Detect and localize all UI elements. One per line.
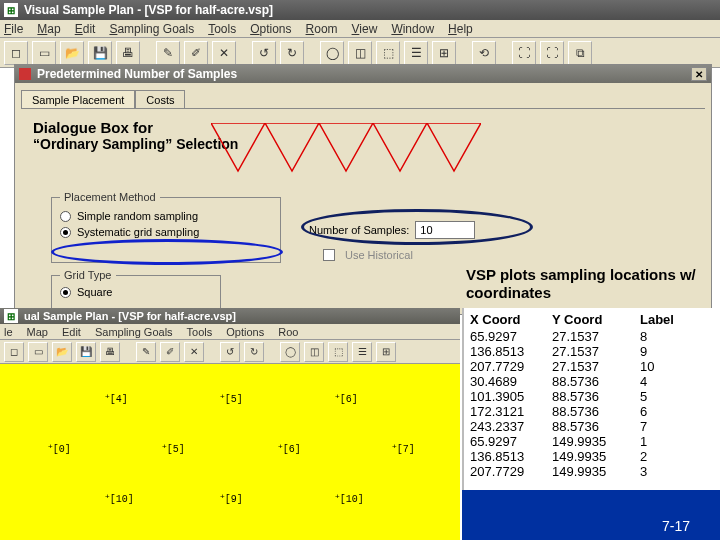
toolbar-button[interactable]: ⬚ [376,41,400,65]
toolbar-button[interactable]: ▭ [28,342,48,362]
toolbar-button[interactable]: ⧉ [568,41,592,65]
radio-icon [60,227,71,238]
table-row: 30.468988.57364 [470,374,714,389]
toolbar-button[interactable]: 📂 [52,342,72,362]
tab-sample-placement[interactable]: Sample Placement [21,90,135,109]
radio-label: Systematic grid sampling [77,226,199,238]
groupbox-grid-type: Grid Type Square [51,275,221,309]
toolbar-button[interactable]: ↻ [244,342,264,362]
radio-label: Simple random sampling [77,210,198,222]
toolbar-button[interactable]: ⟲ [472,41,496,65]
annotation-coords: VSP plots sampling locations w/ coordina… [466,266,720,302]
radio-simple-random[interactable]: Simple random sampling [60,210,272,222]
lower-panel: VSP plots sampling locations w/ coordina… [0,308,720,540]
slide-footer: 7-17 [462,490,720,540]
table-header: X Coord Y Coord Label [470,312,714,329]
toolbar-button[interactable]: ◫ [348,41,372,65]
toolbar-button[interactable]: ◫ [304,342,324,362]
menu-item[interactable]: le [4,326,13,338]
groupbox-label: Grid Type [60,269,116,281]
dialog-icon [19,68,31,80]
sample-point: +[10] [105,494,134,505]
toolbar-button[interactable]: ⊞ [376,342,396,362]
menu-map[interactable]: Map [37,22,60,36]
menu-item[interactable]: Options [226,326,264,338]
tab-costs[interactable]: Costs [135,90,185,109]
toolbar-button[interactable]: ▭ [32,41,56,65]
table-row: 172.312188.57366 [470,404,714,419]
toolbar-button[interactable]: ◯ [320,41,344,65]
mini-toolbar: ◻▭📂💾🖶✎✐✕↺↻◯◫⬚☰⊞ [0,340,460,364]
menu-options[interactable]: Options [250,22,291,36]
table-row: 65.9297149.99351 [470,434,714,449]
annotation-ring-grid [51,239,283,265]
dialog-tabs: Sample PlacementCosts [21,89,705,108]
toolbar-button[interactable]: ⬚ [328,342,348,362]
toolbar-button[interactable]: ✐ [160,342,180,362]
radio-icon [60,287,71,298]
sample-point: +[7] [392,444,415,455]
toolbar-button[interactable]: ☰ [404,41,428,65]
menubar: FileMapEditSampling GoalsToolsOptionsRoo… [0,20,720,38]
toolbar-button[interactable]: ✎ [156,41,180,65]
toolbar-button[interactable]: ✕ [212,41,236,65]
radio-icon [60,211,71,222]
menu-help[interactable]: Help [448,22,473,36]
toolbar-button[interactable]: ↺ [252,41,276,65]
toolbar-button[interactable]: ◻ [4,41,28,65]
close-icon[interactable]: ✕ [691,67,707,81]
mini-window: ⊞ ual Sample Plan - [VSP for half-acre.v… [0,308,460,364]
app-icon: ⊞ [4,309,18,323]
toolbar-button[interactable]: 🖶 [116,41,140,65]
col-label: Label [640,312,680,327]
sample-point: +[6] [335,394,358,405]
toolbar-button[interactable]: ◻ [4,342,24,362]
menu-edit[interactable]: Edit [75,22,96,36]
toolbar-button[interactable]: ☰ [352,342,372,362]
menu-room[interactable]: Room [306,22,338,36]
app-title: Visual Sample Plan - [VSP for half-acre.… [24,3,273,17]
menu-item[interactable]: Tools [187,326,213,338]
checkbox-label: Use Historical [345,249,413,261]
dialog-titlebar: Predetermined Number of Samples ✕ [15,65,711,83]
toolbar-button[interactable]: ⊞ [432,41,456,65]
checkbox-icon [323,249,335,261]
mini-title: ual Sample Plan - [VSP for half-acre.vsp… [24,310,236,322]
menu-item[interactable]: Roo [278,326,298,338]
menu-tools[interactable]: Tools [208,22,236,36]
toolbar-button[interactable]: 📂 [60,41,84,65]
menu-file[interactable]: File [4,22,23,36]
col-ycoord: Y Coord [552,312,640,327]
toolbar-button[interactable]: ⛶ [540,41,564,65]
menu-item[interactable]: Sampling Goals [95,326,173,338]
radio-square[interactable]: Square [60,286,212,298]
toolbar-button[interactable]: 💾 [88,41,112,65]
mini-menubar: leMapEditSampling GoalsToolsOptionsRoo [0,324,460,340]
toolbar-button[interactable]: ✎ [136,342,156,362]
sample-point: +[5] [220,394,243,405]
page-number: 7-17 [662,518,690,534]
checkbox-use-historical[interactable]: Use Historical [323,249,413,261]
menu-sampling-goals[interactable]: Sampling Goals [109,22,194,36]
sample-point: +[6] [278,444,301,455]
radio-systematic-grid[interactable]: Systematic grid sampling [60,226,272,238]
groupbox-label: Placement Method [60,191,160,203]
toolbar-button[interactable]: ◯ [280,342,300,362]
toolbar-button[interactable]: ↺ [220,342,240,362]
toolbar-button[interactable]: ✐ [184,41,208,65]
toolbar-button[interactable]: 💾 [76,342,96,362]
table-row: 207.772927.153710 [470,359,714,374]
radio-label: Square [77,286,112,298]
menu-window[interactable]: Window [391,22,434,36]
sample-point: +[0] [48,444,71,455]
app-titlebar: ⊞ Visual Sample Plan - [VSP for half-acr… [0,0,720,20]
toolbar-button[interactable]: 🖶 [100,342,120,362]
triangle-grid-schematic [211,123,481,173]
menu-item[interactable]: Map [27,326,48,338]
menu-view[interactable]: View [352,22,378,36]
toolbar-button[interactable]: ⛶ [512,41,536,65]
sample-point: +[10] [335,494,364,505]
toolbar-button[interactable]: ↻ [280,41,304,65]
toolbar-button[interactable]: ✕ [184,342,204,362]
menu-item[interactable]: Edit [62,326,81,338]
